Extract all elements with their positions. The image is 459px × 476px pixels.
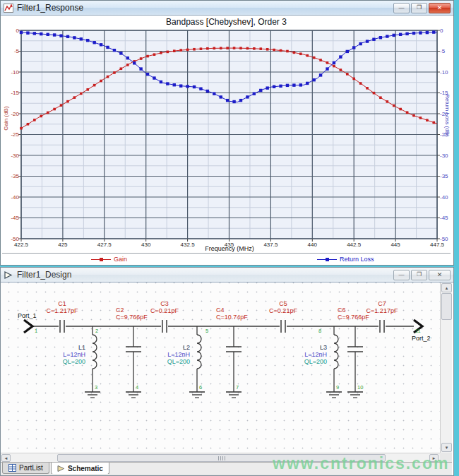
schematic-drawing: Port_1Port_2C1C=1.217pFC3C=0.21pFC5C=0.2… — [1, 282, 440, 453]
component-l2[interactable]: L2L=12nHQL=2006 — [167, 326, 205, 398]
svg-text:C1: C1 — [58, 300, 66, 307]
svg-text:6: 6 — [199, 384, 202, 391]
close-button[interactable]: ✕ — [429, 3, 451, 13]
tab-partlist[interactable]: PartList — [2, 463, 49, 474]
svg-text:QL=200: QL=200 — [167, 358, 190, 365]
minimize-button[interactable]: — — [393, 270, 410, 280]
svg-text:C=1.217pF: C=1.217pF — [47, 307, 78, 314]
legend-return-loss: Return Loss — [317, 256, 374, 263]
svg-text:QL=200: QL=200 — [304, 358, 327, 365]
svg-text:C=9.766pF: C=9.766pF — [116, 314, 148, 321]
svg-text:-25: -25 — [11, 131, 19, 138]
scroll-left-button[interactable]: ◄ — [1, 454, 11, 462]
svg-text:C7: C7 — [378, 300, 386, 307]
svg-text:L=12nH: L=12nH — [63, 351, 85, 358]
status-strip — [1, 474, 452, 475]
x-axis-title: Frequency (MHz) — [1, 245, 458, 252]
svg-text:L2: L2 — [183, 344, 190, 351]
svg-text:C=10.74pF: C=10.74pF — [216, 314, 248, 321]
svg-text:-10: -10 — [11, 69, 19, 76]
node-label-5: 5 — [205, 328, 208, 334]
vertical-scrollbar[interactable]: ▲ ▼ — [440, 282, 452, 453]
response-window: Filter1_Response — ❐ ✕ Bandpass [Chebysh… — [0, 0, 454, 266]
port-port_1[interactable]: Port_1 — [18, 312, 37, 333]
svg-text:C=0.21pF: C=0.21pF — [269, 307, 297, 314]
port-port_2[interactable]: Port_2 — [412, 320, 431, 342]
svg-text:0: 0 — [16, 28, 20, 34]
svg-text:9: 9 — [336, 384, 339, 391]
svg-text:C5: C5 — [279, 300, 287, 307]
maximize-button[interactable]: ❐ — [411, 270, 427, 280]
legend-gain-label: Gain — [114, 256, 127, 263]
svg-text:-30: -30 — [11, 153, 19, 159]
gain-legend-marker-icon — [91, 259, 111, 260]
component-c7[interactable]: C7C=1.217pF — [366, 300, 398, 333]
node-label-8: 8 — [318, 328, 321, 334]
horizontal-scroll-thumb[interactable] — [57, 454, 386, 462]
component-c5[interactable]: C5C=0.21pF — [269, 300, 297, 333]
tab-schematic[interactable]: Schematic — [51, 463, 109, 475]
component-l3[interactable]: L3L=12nHQL=2009 — [304, 326, 342, 398]
svg-text:-45: -45 — [440, 215, 448, 221]
chart-window-icon — [4, 4, 13, 13]
scroll-up-button[interactable]: ▲ — [441, 283, 452, 292]
schematic-window-icon — [4, 270, 13, 280]
maximize-button[interactable]: ❐ — [411, 3, 427, 13]
legend-gain: Gain — [91, 256, 127, 263]
response-titlebar[interactable]: Filter1_Response — ❐ ✕ — [1, 1, 453, 16]
node-label-2: 2 — [95, 328, 98, 334]
component-c6[interactable]: C6C=9.766pF10 — [338, 307, 369, 398]
svg-text:L3: L3 — [320, 344, 327, 351]
component-l1[interactable]: L1L=12nHQL=2003 — [63, 326, 100, 398]
return-loss-legend-marker-icon — [317, 259, 337, 260]
svg-text:C=9.766pF: C=9.766pF — [338, 314, 369, 321]
horizontal-scrollbar[interactable]: ◄ ► — [1, 453, 440, 462]
design-titlebar[interactable]: Filter1_Design — ❐ ✕ — [1, 268, 453, 282]
right-axis-title: Return Loss (dB) — [444, 84, 451, 148]
window-controls: — ❐ ✕ — [393, 270, 451, 280]
close-button[interactable]: ✕ — [429, 270, 451, 280]
tab-partlist-label: PartList — [19, 464, 43, 472]
component-c2[interactable]: C2C=9.766pF4 — [116, 307, 148, 398]
scroll-up-icon: ▲ — [445, 286, 449, 290]
svg-text:7: 7 — [236, 384, 239, 391]
svg-text:QL=200: QL=200 — [63, 358, 85, 365]
schematic-arrow-icon — [57, 465, 65, 472]
component-c1[interactable]: C1C=1.217pF — [47, 300, 78, 333]
svg-text:4: 4 — [136, 384, 138, 391]
svg-text:C3: C3 — [160, 300, 169, 307]
legend-return-loss-label: Return Loss — [340, 256, 374, 263]
vertical-scroll-thumb[interactable] — [441, 293, 452, 320]
svg-text:L=12nH: L=12nH — [304, 351, 327, 358]
scroll-right-icon: ► — [432, 456, 436, 460]
svg-text:3: 3 — [95, 384, 97, 391]
tab-schematic-label: Schematic — [68, 465, 103, 472]
scroll-right-button[interactable]: ► — [429, 454, 439, 462]
partlist-grid-icon — [8, 464, 16, 472]
svg-text:-20: -20 — [11, 111, 19, 117]
design-window-title: Filter1_Design — [17, 270, 71, 280]
component-c3[interactable]: C3C=0.21pF — [150, 300, 179, 333]
svg-text:L1: L1 — [78, 344, 85, 351]
scrollbar-corner — [440, 453, 452, 462]
node-label-1: 1 — [35, 328, 37, 334]
response-chart[interactable]: 422.5425427.5430432.5435437.5440442.5445… — [1, 16, 452, 264]
left-axis-title: Gain (dB) — [3, 94, 9, 143]
svg-text:C2: C2 — [116, 307, 124, 314]
svg-text:C6: C6 — [338, 307, 346, 314]
component-c4[interactable]: C4C=10.74pF7 — [216, 307, 248, 398]
window-controls: — ❐ ✕ — [393, 3, 451, 13]
chart-area: Bandpass [Chebyshev], Order 3 422.542542… — [1, 16, 452, 264]
svg-text:-10: -10 — [440, 69, 448, 76]
svg-text:C4: C4 — [216, 307, 225, 314]
legend-separator — [2, 253, 451, 254]
schematic-canvas[interactable]: Port_1Port_2C1C=1.217pFC3C=0.21pFC5C=0.2… — [1, 282, 440, 453]
scroll-left-icon: ◄ — [4, 456, 8, 460]
scroll-down-button[interactable]: ▼ — [441, 443, 452, 452]
svg-text:C=0.21pF: C=0.21pF — [150, 307, 179, 314]
svg-text:-50: -50 — [440, 236, 448, 242]
minimize-button[interactable]: — — [393, 3, 410, 13]
svg-text:L=12nH: L=12nH — [167, 351, 190, 358]
scroll-down-icon: ▼ — [445, 446, 449, 450]
svg-text:-5: -5 — [14, 48, 20, 54]
